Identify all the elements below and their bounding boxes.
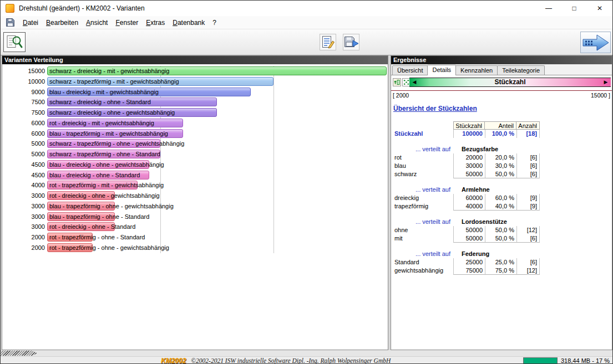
total-value: 100000 (453, 130, 485, 138)
distribution-label: ... verteilt auf (392, 218, 453, 226)
menu-item-ansicht[interactable]: Ansicht (82, 17, 112, 28)
statusbar-center: KM2002 ©2002-2021 ISW industrielle Softw… (161, 357, 391, 364)
range-row: [ 2000 15000 ] (391, 90, 612, 99)
blue-arrow-keypad-icon (582, 33, 610, 52)
total-percent: 100,0 % (485, 130, 516, 138)
save-button[interactable] (5, 18, 15, 28)
row-percent: 50,0 % (485, 234, 516, 243)
tab-details[interactable]: Details (427, 65, 456, 75)
bar-label: blau - dreieckig - mit - gewichtsabhängi… (49, 88, 159, 96)
row-label: schwarz (392, 170, 453, 178)
row-value: 50000 (453, 226, 485, 234)
banner-title: Stückzahl (409, 78, 611, 86)
disk-arrow-icon (343, 35, 359, 49)
bar-label: blau - trapezförmig - ohne - Standard (49, 212, 149, 221)
menu-item-datenbank[interactable]: Datenbank (169, 17, 209, 28)
bar-label: schwarz - dreieckig - mit - gewichtsabhä… (49, 66, 169, 75)
row-label: mit (392, 234, 453, 243)
tab-kennzahlen[interactable]: Kennzahlen (455, 65, 498, 75)
chart-row: 6000rot - dreieckig - mit - gewichtsabhä… (2, 118, 388, 129)
chart-row: 3000blau - trapezförmig - ohne - Standar… (2, 212, 388, 222)
bar-value-label: 3000 (2, 191, 45, 200)
bar-label: schwarz - trapezförmig - mit - gewichtsa… (49, 77, 179, 86)
row-count: [9] (516, 194, 540, 202)
row-percent: 75,0 % (485, 266, 516, 275)
close-button[interactable]: ✕ (587, 1, 612, 16)
bar-value-label: 6000 (2, 129, 45, 138)
tab-ubersicht[interactable]: Übersicht (392, 65, 428, 75)
bar-label: schwarz - dreieckig - ohne - gewichtsabh… (49, 108, 175, 117)
brand-label: KM2002 (161, 357, 186, 364)
table-row: mit5000050,0 %[6] (392, 234, 541, 243)
detail-tabs: ÜbersichtDetailsKennzahlenTeilekategorie (391, 64, 612, 75)
variant-list-button[interactable] (320, 34, 336, 50)
row-label: trapezförmig (392, 202, 453, 211)
bar-label: rot - dreieckig - ohne - gewichtsabhängi… (49, 191, 160, 200)
minimize-button[interactable]: — (536, 1, 561, 16)
bar-value-label: 4500 (2, 171, 45, 180)
chart-row: 3000rot - dreieckig - ohne - gewichtsabh… (2, 191, 388, 201)
table-row: gewichtsabhängig7500075,0 %[12] (392, 266, 541, 275)
menu-item-fenster[interactable]: Fenster (112, 17, 142, 28)
list-edit-icon (321, 35, 335, 49)
bar-label: blau - trapezförmig - ohne - gewichtsabh… (49, 202, 174, 211)
row-label: dreieckig (392, 194, 453, 202)
calculate-button[interactable] (580, 32, 611, 53)
maximize-button[interactable]: □ (561, 1, 587, 16)
menubar: DateiBearbeitenAnsichtFensterExtrasDaten… (1, 16, 612, 29)
row-count: [9] (516, 202, 540, 211)
header-spacer-cell (392, 121, 453, 130)
titlebar: Drehstuhl (geändert) - KM2002 - Variante… (1, 1, 612, 16)
level-up-button[interactable] (393, 78, 401, 86)
results-panel-header: Ergebnisse (391, 56, 612, 64)
banner-next-arrow[interactable]: ▶ (602, 78, 610, 86)
chart-row: 3000rot - dreieckig - ohne - Standard (2, 222, 388, 232)
app-window: Drehstuhl (geändert) - KM2002 - Variante… (0, 0, 613, 364)
bar-label: schwarz - dreieckig - ohne - Standard (49, 98, 151, 106)
row-count: [6] (516, 234, 540, 243)
bar-label: schwarz - trapezförmig - ohne - gewichts… (49, 139, 184, 148)
distribution-label: ... verteilt auf (392, 250, 453, 258)
column-header-stuckzahl: Stückzahl (453, 121, 485, 130)
bar-value-label: 6000 (2, 119, 45, 127)
bar-label: rot - dreieckig - mit - gewichtsabhängig (49, 119, 154, 127)
column-header-anzahl: Anzahl (516, 121, 540, 130)
bar-label: rot - trapezförmig - ohne - gewichtsabhä… (49, 243, 169, 252)
chart-row: 5000schwarz - trapezförmig - ohne - Stan… (2, 149, 388, 160)
chart-row: 3000blau - trapezförmig - ohne - gewicht… (2, 201, 388, 212)
row-value: 25000 (453, 258, 485, 266)
bar-value-label: 3000 (2, 212, 45, 221)
row-value: 20000 (453, 153, 485, 162)
distribution-label: ... verteilt auf (392, 186, 453, 194)
row-count: [6] (516, 153, 540, 162)
stueckzahl-overview-link[interactable]: Übersicht der Stückzahlen (393, 105, 477, 112)
chart-row: 10000schwarz - trapezförmig - mit - gewi… (2, 76, 388, 87)
window-title: Drehstuhl (geändert) - KM2002 - Variante… (19, 4, 145, 12)
menu-item-bearbeiten[interactable]: Bearbeiten (42, 17, 82, 28)
section-title: Federung (453, 250, 540, 258)
range-max: 15000 ] (591, 92, 610, 99)
row-percent: 50,0 % (485, 170, 516, 178)
table-header-row: StückzahlAnteilAnzahl (392, 121, 541, 130)
table-row: Standard2500025,0 %[6] (392, 258, 541, 266)
resize-grip[interactable] (1, 351, 37, 356)
row-value: 50000 (453, 234, 485, 243)
chart-row: 7500schwarz - dreieckig - ohne - Standar… (2, 97, 388, 107)
row-value: 50000 (453, 170, 485, 178)
row-label: Standard (392, 258, 453, 266)
memory-text: 318,44 MB - 17 % (561, 357, 610, 364)
row-value: 60000 (453, 194, 485, 202)
database-save-button[interactable] (343, 34, 359, 50)
menu-item-extras[interactable]: Extras (142, 17, 169, 28)
menu-item-datei[interactable]: Datei (19, 17, 42, 28)
total-count: [18] (516, 130, 540, 138)
chart-row: 7500schwarz - dreieckig - ohne - gewicht… (2, 107, 388, 118)
menu-item-help[interactable]: ? (209, 17, 220, 28)
row-label: gewichtsabhängig (392, 266, 453, 275)
bar-value-label: 2000 (2, 243, 45, 252)
table-row: ohne5000050,0 %[12] (392, 226, 541, 234)
product-icon-button[interactable] (3, 32, 26, 52)
tab-teilekategorie[interactable]: Teilekategorie (497, 65, 545, 75)
row-percent: 50,0 % (485, 226, 516, 234)
table-row: rot2000020,0 %[6] (392, 153, 541, 162)
